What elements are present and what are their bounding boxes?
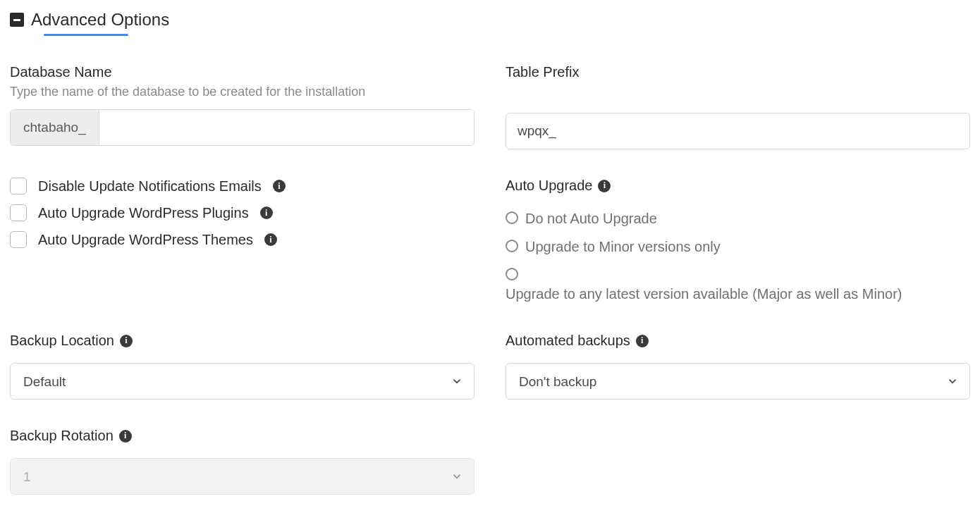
- database-name-input[interactable]: [99, 110, 474, 145]
- backup-location-select[interactable]: Default: [10, 363, 474, 400]
- backup-location-field: Backup Location i Default: [10, 333, 474, 400]
- section-header[interactable]: Advanced Options: [10, 10, 970, 30]
- auto-upgrade-field: Auto Upgrade i Do not Auto Upgrade Upgra…: [506, 178, 970, 304]
- backup-location-label: Backup Location: [10, 333, 114, 349]
- section-title: Advanced Options: [31, 10, 169, 30]
- auto-upgrade-major-radio[interactable]: [506, 268, 518, 280]
- auto-upgrade-plugins-label: Auto Upgrade WordPress Plugins: [38, 205, 249, 221]
- collapse-icon[interactable]: [10, 13, 24, 27]
- checkbox-group: Disable Update Notifications Emails i Au…: [10, 178, 474, 304]
- info-icon[interactable]: i: [260, 206, 273, 219]
- disable-update-emails-label: Disable Update Notifications Emails: [38, 178, 262, 194]
- info-icon[interactable]: i: [273, 180, 286, 192]
- auto-upgrade-themes-label: Auto Upgrade WordPress Themes: [38, 232, 253, 248]
- database-name-field: Database Name Type the name of the datab…: [10, 64, 474, 149]
- backup-rotation-field: Backup Rotation i 1: [10, 428, 474, 495]
- info-icon[interactable]: i: [636, 335, 649, 347]
- auto-upgrade-minor-radio[interactable]: [506, 240, 518, 252]
- disable-update-emails-checkbox[interactable]: [10, 178, 27, 194]
- backup-rotation-label: Backup Rotation: [10, 428, 114, 444]
- auto-upgrade-themes-checkbox[interactable]: [10, 231, 27, 248]
- database-name-input-group: chtabaho_: [10, 109, 474, 146]
- auto-upgrade-plugins-checkbox[interactable]: [10, 204, 27, 221]
- auto-upgrade-none-label: Do not Auto Upgrade: [525, 208, 657, 229]
- database-name-prefix: chtabaho_: [11, 110, 99, 145]
- automated-backups-label: Automated backups: [506, 333, 630, 349]
- info-icon[interactable]: i: [120, 335, 133, 347]
- active-tab-underline: [44, 34, 128, 36]
- info-icon[interactable]: i: [598, 180, 611, 192]
- auto-upgrade-minor-label: Upgrade to Minor versions only: [525, 236, 721, 257]
- table-prefix-label: Table Prefix: [506, 64, 970, 80]
- automated-backups-select[interactable]: Don't backup: [506, 363, 970, 400]
- info-icon[interactable]: i: [264, 233, 277, 246]
- info-icon[interactable]: i: [119, 430, 132, 443]
- database-name-hint: Type the name of the database to be crea…: [10, 85, 474, 99]
- database-name-label: Database Name: [10, 64, 474, 80]
- auto-upgrade-major-label: Upgrade to any latest version available …: [506, 283, 902, 304]
- table-prefix-input[interactable]: [506, 113, 970, 149]
- auto-upgrade-none-radio[interactable]: [506, 211, 518, 224]
- auto-upgrade-label: Auto Upgrade: [506, 178, 592, 194]
- backup-rotation-select: 1: [10, 458, 474, 495]
- table-prefix-field: Table Prefix: [506, 64, 970, 149]
- automated-backups-field: Automated backups i Don't backup: [506, 333, 970, 400]
